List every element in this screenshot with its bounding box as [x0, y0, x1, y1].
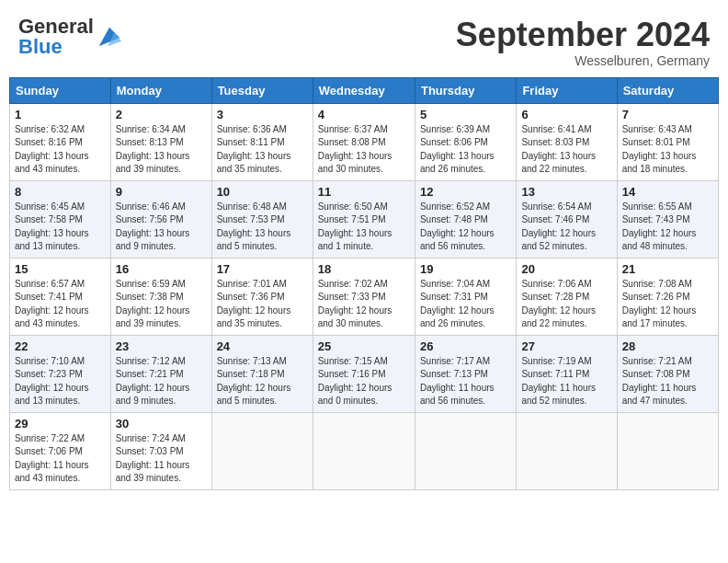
day-number: 21: [622, 262, 713, 276]
day-info: Sunrise: 6:36 AM Sunset: 8:11 PM Dayligh…: [217, 123, 308, 177]
calendar-cell: 25Sunrise: 7:15 AM Sunset: 7:16 PM Dayli…: [313, 335, 415, 412]
day-info: Sunrise: 7:19 AM Sunset: 7:11 PM Dayligh…: [521, 355, 611, 408]
day-number: 3: [217, 108, 308, 121]
location: Wesselburen, Germany: [456, 53, 710, 68]
day-number: 24: [217, 339, 308, 353]
day-info: Sunrise: 7:21 AM Sunset: 7:08 PM Dayligh…: [622, 355, 713, 408]
day-info: Sunrise: 6:43 AM Sunset: 8:01 PM Dayligh…: [622, 123, 713, 177]
day-info: Sunrise: 7:24 AM Sunset: 7:03 PM Dayligh…: [116, 432, 207, 486]
day-info: Sunrise: 7:17 AM Sunset: 7:13 PM Dayligh…: [420, 355, 511, 408]
calendar-cell: 13Sunrise: 6:54 AM Sunset: 7:46 PM Dayli…: [517, 180, 617, 258]
calendar-week-5: 29Sunrise: 7:22 AM Sunset: 7:06 PM Dayli…: [10, 412, 719, 489]
calendar-cell: 2Sunrise: 6:34 AM Sunset: 8:13 PM Daylig…: [110, 103, 211, 180]
calendar-cell: [211, 412, 313, 489]
calendar-week-3: 15Sunrise: 6:57 AM Sunset: 7:41 PM Dayli…: [10, 258, 719, 335]
calendar-cell: [415, 412, 516, 489]
calendar-cell: 26Sunrise: 7:17 AM Sunset: 7:13 PM Dayli…: [415, 335, 516, 412]
day-info: Sunrise: 7:08 AM Sunset: 7:26 PM Dayligh…: [622, 278, 713, 331]
day-number: 28: [622, 339, 713, 353]
calendar-cell: 16Sunrise: 6:59 AM Sunset: 7:38 PM Dayli…: [110, 258, 211, 335]
calendar-cell: 22Sunrise: 7:10 AM Sunset: 7:23 PM Dayli…: [10, 335, 111, 412]
day-number: 7: [622, 108, 713, 121]
day-info: Sunrise: 7:22 AM Sunset: 7:06 PM Dayligh…: [15, 432, 106, 486]
calendar-cell: 12Sunrise: 6:52 AM Sunset: 7:48 PM Dayli…: [415, 180, 516, 258]
day-number: 27: [521, 339, 611, 353]
day-number: 26: [420, 339, 511, 353]
calendar-cell: 19Sunrise: 7:04 AM Sunset: 7:31 PM Dayli…: [415, 258, 516, 335]
calendar-cell: 20Sunrise: 7:06 AM Sunset: 7:28 PM Dayli…: [517, 258, 617, 335]
day-info: Sunrise: 6:57 AM Sunset: 7:41 PM Dayligh…: [15, 278, 106, 331]
calendar-cell: 11Sunrise: 6:50 AM Sunset: 7:51 PM Dayli…: [313, 180, 415, 258]
title-block: September 2024 Wesselburen, Germany: [456, 17, 710, 68]
day-number: 11: [318, 185, 410, 199]
day-info: Sunrise: 6:32 AM Sunset: 8:16 PM Dayligh…: [15, 123, 106, 177]
day-number: 29: [15, 417, 106, 431]
day-number: 17: [217, 262, 308, 276]
calendar-header-thursday: Thursday: [415, 77, 516, 103]
day-number: 25: [318, 339, 410, 353]
calendar-week-4: 22Sunrise: 7:10 AM Sunset: 7:23 PM Dayli…: [10, 335, 719, 412]
day-info: Sunrise: 7:02 AM Sunset: 7:33 PM Dayligh…: [318, 278, 410, 331]
day-info: Sunrise: 7:01 AM Sunset: 7:36 PM Dayligh…: [217, 278, 308, 331]
day-number: 20: [521, 262, 611, 276]
calendar-cell: 24Sunrise: 7:13 AM Sunset: 7:18 PM Dayli…: [211, 335, 313, 412]
day-info: Sunrise: 7:15 AM Sunset: 7:16 PM Dayligh…: [318, 355, 410, 408]
day-number: 12: [420, 185, 511, 199]
calendar-header-monday: Monday: [110, 77, 211, 103]
logo-icon: [96, 24, 121, 50]
day-number: 4: [318, 108, 410, 121]
calendar-cell: 3Sunrise: 6:36 AM Sunset: 8:11 PM Daylig…: [211, 103, 313, 180]
day-info: Sunrise: 6:46 AM Sunset: 7:56 PM Dayligh…: [116, 201, 207, 254]
calendar-cell: 14Sunrise: 6:55 AM Sunset: 7:43 PM Dayli…: [617, 180, 718, 258]
calendar-cell: 18Sunrise: 7:02 AM Sunset: 7:33 PM Dayli…: [313, 258, 415, 335]
day-number: 8: [15, 185, 106, 199]
day-info: Sunrise: 7:12 AM Sunset: 7:21 PM Dayligh…: [116, 355, 207, 408]
calendar-cell: 9Sunrise: 6:46 AM Sunset: 7:56 PM Daylig…: [110, 180, 211, 258]
calendar-cell: 8Sunrise: 6:45 AM Sunset: 7:58 PM Daylig…: [10, 180, 111, 258]
day-info: Sunrise: 7:13 AM Sunset: 7:18 PM Dayligh…: [217, 355, 308, 408]
day-number: 1: [15, 108, 106, 121]
day-number: 30: [116, 417, 207, 431]
calendar-header-wednesday: Wednesday: [313, 77, 415, 103]
day-number: 18: [318, 262, 410, 276]
day-info: Sunrise: 6:34 AM Sunset: 8:13 PM Dayligh…: [116, 123, 207, 177]
page-header: General Blue September 2024 Wesselburen,…: [9, 9, 719, 72]
calendar-header-tuesday: Tuesday: [211, 77, 313, 103]
day-number: 22: [15, 339, 106, 353]
calendar-cell: 1Sunrise: 6:32 AM Sunset: 8:16 PM Daylig…: [10, 103, 111, 180]
day-number: 5: [420, 108, 511, 121]
calendar-cell: 17Sunrise: 7:01 AM Sunset: 7:36 PM Dayli…: [211, 258, 313, 335]
calendar-cell: [617, 412, 718, 489]
day-number: 15: [15, 262, 106, 276]
day-info: Sunrise: 6:48 AM Sunset: 7:53 PM Dayligh…: [217, 201, 308, 254]
calendar-cell: 4Sunrise: 6:37 AM Sunset: 8:08 PM Daylig…: [313, 103, 415, 180]
calendar-header-friday: Friday: [517, 77, 617, 103]
day-info: Sunrise: 6:41 AM Sunset: 8:03 PM Dayligh…: [521, 123, 611, 177]
logo: General Blue: [18, 17, 121, 57]
calendar-cell: 28Sunrise: 7:21 AM Sunset: 7:08 PM Dayli…: [617, 335, 718, 412]
day-info: Sunrise: 7:04 AM Sunset: 7:31 PM Dayligh…: [420, 278, 511, 331]
day-info: Sunrise: 6:54 AM Sunset: 7:46 PM Dayligh…: [521, 201, 611, 254]
calendar-cell: 15Sunrise: 6:57 AM Sunset: 7:41 PM Dayli…: [10, 258, 111, 335]
calendar-cell: 27Sunrise: 7:19 AM Sunset: 7:11 PM Dayli…: [517, 335, 617, 412]
calendar-cell: 30Sunrise: 7:24 AM Sunset: 7:03 PM Dayli…: [110, 412, 211, 489]
day-number: 14: [622, 185, 713, 199]
calendar-cell: [313, 412, 415, 489]
calendar-cell: 7Sunrise: 6:43 AM Sunset: 8:01 PM Daylig…: [617, 103, 718, 180]
month-title: September 2024: [456, 17, 710, 53]
calendar-cell: 6Sunrise: 6:41 AM Sunset: 8:03 PM Daylig…: [517, 103, 617, 180]
calendar-cell: [517, 412, 617, 489]
calendar-header-sunday: Sunday: [10, 77, 111, 103]
day-info: Sunrise: 6:55 AM Sunset: 7:43 PM Dayligh…: [622, 201, 713, 254]
logo-text-blue: Blue: [18, 35, 63, 58]
day-info: Sunrise: 6:59 AM Sunset: 7:38 PM Dayligh…: [116, 278, 207, 331]
calendar-cell: 21Sunrise: 7:08 AM Sunset: 7:26 PM Dayli…: [617, 258, 718, 335]
calendar-cell: 23Sunrise: 7:12 AM Sunset: 7:21 PM Dayli…: [110, 335, 211, 412]
day-number: 6: [521, 108, 611, 121]
day-number: 23: [116, 339, 207, 353]
day-info: Sunrise: 7:06 AM Sunset: 7:28 PM Dayligh…: [521, 278, 611, 331]
calendar-week-2: 8Sunrise: 6:45 AM Sunset: 7:58 PM Daylig…: [10, 180, 719, 258]
day-number: 16: [116, 262, 207, 276]
day-number: 10: [217, 185, 308, 199]
calendar-cell: 10Sunrise: 6:48 AM Sunset: 7:53 PM Dayli…: [211, 180, 313, 258]
